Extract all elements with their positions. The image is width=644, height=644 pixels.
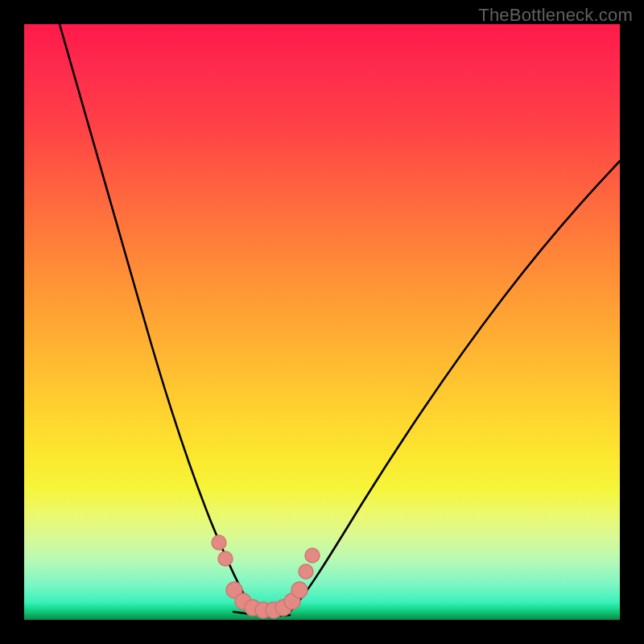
curve-right-branch bbox=[290, 161, 620, 612]
chart-frame: TheBottleneck.com bbox=[0, 0, 644, 644]
marker-dot bbox=[299, 564, 313, 579]
marker-dot bbox=[212, 535, 226, 550]
curve-layer bbox=[24, 24, 620, 620]
marker-dot bbox=[291, 582, 308, 598]
marker-dot bbox=[305, 548, 320, 563]
marker-dot bbox=[218, 551, 233, 566]
marker-group bbox=[212, 535, 320, 618]
curve-left-branch bbox=[60, 24, 261, 613]
plot-area bbox=[24, 24, 620, 620]
watermark-text: TheBottleneck.com bbox=[478, 5, 633, 26]
